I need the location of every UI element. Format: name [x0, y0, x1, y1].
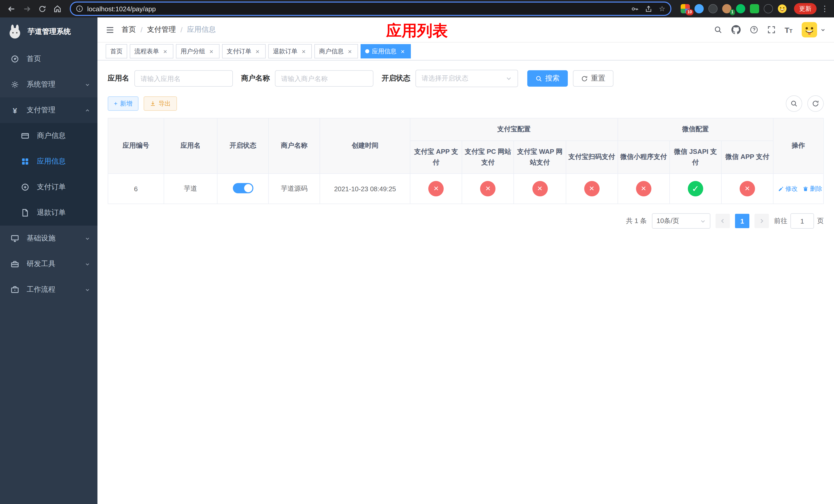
breadcrumb-payment[interactable]: 支付管理: [147, 25, 176, 35]
reset-button[interactable]: 重置: [573, 70, 613, 87]
tab-user-group[interactable]: 用户分组 ×: [176, 44, 220, 59]
browser-menu-icon[interactable]: ⋮: [820, 4, 830, 13]
alipay-pc-status-icon: ×: [480, 181, 496, 197]
chevron-down-icon: [85, 261, 90, 267]
back-button[interactable]: [4, 2, 19, 16]
reload-button[interactable]: [35, 2, 49, 16]
extension-drop-icon[interactable]: [695, 4, 704, 13]
close-icon[interactable]: ×: [346, 48, 353, 55]
col-actions: 操作: [773, 118, 824, 174]
active-tab-dot: [365, 49, 369, 53]
tab-home[interactable]: 首页: [106, 44, 127, 59]
next-page-button[interactable]: [754, 214, 769, 228]
status-toggle[interactable]: [233, 183, 253, 193]
alipay-app-status-icon: ×: [429, 181, 444, 197]
refresh-icon[interactable]: [807, 95, 824, 112]
app-name-input[interactable]: [134, 70, 233, 87]
sidebar-item-refund-order[interactable]: 退款订单: [0, 200, 97, 226]
sidebar-collapse-icon[interactable]: [106, 25, 114, 34]
briefcase-icon: [10, 285, 20, 294]
breadcrumb: 首页 / 支付管理 / 应用信息: [122, 25, 216, 35]
col-wx-app: 微信 APP 支付: [721, 141, 773, 174]
github-icon[interactable]: [731, 25, 740, 35]
filter-form: 应用名 商户名称 开启状态 请选择开启状态 搜索: [108, 70, 824, 87]
tab-pay-order[interactable]: 支付订单 ×: [222, 44, 266, 59]
extension-wechat-icon[interactable]: [736, 4, 745, 13]
col-create-time: 创建时间: [320, 118, 410, 174]
close-icon[interactable]: ×: [161, 48, 169, 55]
home-button[interactable]: [50, 2, 65, 16]
add-button[interactable]: + 新增: [108, 96, 138, 111]
pay-order-icon: [21, 183, 30, 191]
extension-chat-icon[interactable]: [750, 4, 759, 13]
top-navbar: 首页 / 支付管理 / 应用信息: [97, 18, 834, 43]
sidebar-item-system[interactable]: 系统管理: [0, 72, 97, 97]
close-icon[interactable]: ×: [399, 48, 406, 55]
col-wx-jsapi: 微信 JSAPI 支付: [670, 141, 721, 174]
tab-refund-order[interactable]: 退款订单 ×: [268, 44, 312, 59]
extension-dark-icon[interactable]: [708, 4, 718, 13]
dashboard-icon: [10, 55, 20, 63]
sidebar-item-home[interactable]: 首页: [0, 46, 97, 72]
close-icon[interactable]: ×: [208, 48, 215, 55]
delete-link[interactable]: 删除: [803, 185, 822, 193]
address-bar[interactable]: localhost:1024/pay/app ☆: [70, 2, 672, 16]
sidebar-item-merchant-info[interactable]: 商户信息: [0, 123, 97, 149]
sidebar-item-app-info[interactable]: 应用信息: [0, 149, 97, 174]
prev-page-button[interactable]: [716, 214, 730, 228]
browser-update-button[interactable]: 更新: [794, 3, 816, 14]
navbar-actions: TT: [714, 22, 826, 38]
app-logo-icon: [7, 24, 23, 40]
wx-jsapi-status-icon: ✓: [688, 181, 703, 197]
font-size-icon[interactable]: TT: [785, 25, 792, 34]
tab-merchant-info[interactable]: 商户信息 ×: [314, 44, 358, 59]
group-alipay-config: 支付宝配置: [410, 118, 618, 141]
merchant-name-input[interactable]: [275, 70, 373, 87]
help-icon[interactable]: [750, 26, 758, 34]
chevron-down-icon: [820, 27, 826, 32]
page-number-button[interactable]: 1: [735, 214, 749, 228]
profile-avatar-icon[interactable]: [777, 4, 787, 13]
alipay-wap-status-icon: ×: [532, 181, 548, 197]
credit-card-icon: [21, 132, 30, 140]
col-wx-lite: 微信小程序支付: [618, 141, 670, 174]
page-size-select[interactable]: 10条/页: [652, 213, 710, 229]
sidebar-item-workflow[interactable]: 工作流程: [0, 277, 97, 302]
search-button[interactable]: 搜索: [527, 70, 568, 87]
search-icon[interactable]: [714, 26, 722, 34]
export-button[interactable]: 导出: [144, 96, 177, 111]
chevron-down-icon: [85, 235, 90, 241]
app-logo-row[interactable]: 芋道管理系统: [0, 18, 97, 46]
toggle-search-icon[interactable]: [786, 95, 802, 112]
fullscreen-icon[interactable]: [767, 26, 775, 34]
col-alipay-app: 支付宝 APP 支付: [410, 141, 462, 174]
goto-page-input[interactable]: [790, 213, 814, 229]
status-select[interactable]: 请选择开启状态: [415, 70, 518, 87]
monitor-icon: [10, 234, 20, 243]
tab-app-info[interactable]: 应用信息 ×: [360, 44, 411, 59]
sidebar-item-infrastructure[interactable]: 基础设施: [0, 226, 97, 251]
extension-grid-icon[interactable]: 10: [681, 4, 690, 13]
table-toolbar: + 新增 导出: [108, 95, 824, 112]
share-icon[interactable]: [645, 5, 653, 13]
col-merchant-name: 商户名称: [268, 118, 320, 174]
gear-icon: [10, 81, 20, 89]
extension-puzzle-icon[interactable]: [764, 4, 773, 13]
bookmark-star-icon[interactable]: ☆: [659, 5, 665, 12]
edit-link[interactable]: 修改: [778, 185, 797, 193]
app-name-label: 应用名: [108, 74, 129, 83]
col-app-id: 应用编号: [108, 118, 163, 174]
close-icon[interactable]: ×: [300, 48, 307, 55]
user-avatar-menu[interactable]: [802, 22, 826, 38]
extension-avatar-icon[interactable]: 1: [722, 4, 731, 13]
tab-process-form[interactable]: 流程表单 ×: [130, 44, 173, 59]
forward-button[interactable]: [20, 2, 34, 16]
site-info-icon[interactable]: [76, 5, 83, 12]
sidebar-item-pay-order[interactable]: 支付订单: [0, 174, 97, 200]
breadcrumb-home[interactable]: 首页: [122, 25, 136, 35]
password-key-icon[interactable]: [631, 5, 639, 13]
close-icon[interactable]: ×: [254, 48, 261, 55]
url-text[interactable]: localhost:1024/pay/app: [87, 5, 156, 13]
sidebar-item-dev-tools[interactable]: 研发工具: [0, 251, 97, 277]
sidebar-item-payment[interactable]: ¥ 支付管理: [0, 97, 97, 123]
